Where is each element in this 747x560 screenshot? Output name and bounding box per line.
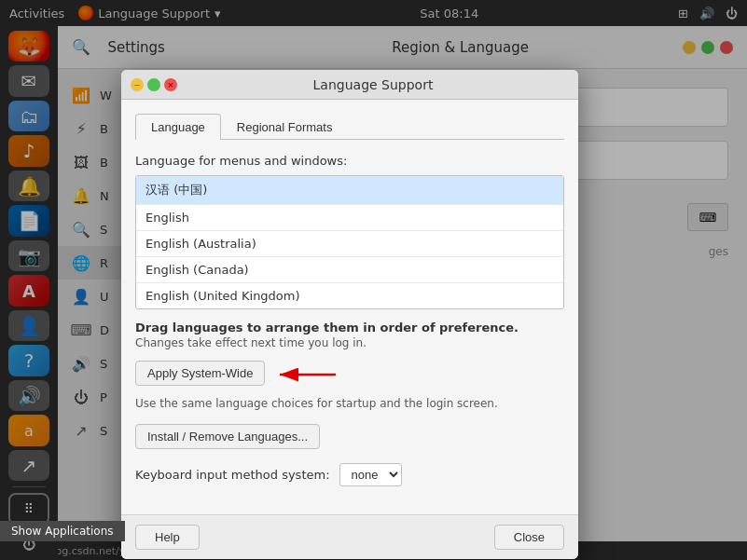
lang-item-english-uk[interactable]: English (United Kingdom) bbox=[136, 283, 563, 308]
dialog-tabs: Language Regional Formats bbox=[135, 114, 564, 140]
install-remove-button[interactable]: Install / Remove Languages... bbox=[135, 424, 320, 449]
apply-note: Use the same language choices for startu… bbox=[135, 397, 564, 410]
modal-overlay: – × Language Support Language Regional F… bbox=[0, 0, 747, 560]
apply-system-button[interactable]: Apply System-Wide bbox=[135, 361, 265, 386]
dialog-close-button[interactable]: × bbox=[164, 78, 177, 91]
language-support-dialog: – × Language Support Language Regional F… bbox=[121, 70, 578, 559]
lang-list-label: Language for menus and windows: bbox=[135, 154, 564, 168]
dialog-maximize-button[interactable] bbox=[147, 78, 160, 91]
show-apps-label[interactable]: Show Applications bbox=[0, 521, 125, 541]
lang-item-english[interactable]: English bbox=[136, 205, 563, 231]
lang-item-chinese[interactable]: 汉语 (中国) bbox=[136, 176, 563, 205]
dialog-footer: Help Close bbox=[121, 514, 578, 559]
close-button[interactable]: Close bbox=[494, 525, 564, 550]
drag-hint: Drag languages to arrange them in order … bbox=[135, 321, 564, 335]
apply-system-row: Apply System-Wide bbox=[135, 361, 265, 391]
lang-item-english-au[interactable]: English (Australia) bbox=[136, 231, 563, 257]
help-button[interactable]: Help bbox=[135, 525, 200, 550]
language-list: 汉语 (中国) English English (Australia) Engl… bbox=[135, 175, 564, 309]
dialog-window-buttons: – × bbox=[131, 78, 177, 91]
keyboard-select[interactable]: none bbox=[339, 463, 402, 486]
keyboard-label: Keyboard input method system: bbox=[135, 468, 330, 482]
dialog-title: Language Support bbox=[177, 77, 569, 92]
dialog-content: Language Regional Formats Language for m… bbox=[121, 100, 578, 514]
dialog-titlebar: – × Language Support bbox=[121, 70, 578, 100]
arrow-annotation bbox=[270, 356, 345, 393]
keyboard-row: Keyboard input method system: none bbox=[135, 463, 564, 486]
dialog-minimize-button[interactable]: – bbox=[131, 78, 144, 91]
tab-language[interactable]: Language bbox=[135, 114, 221, 140]
drag-hint-sub: Changes take effect next time you log in… bbox=[135, 336, 564, 349]
lang-item-english-ca[interactable]: English (Canada) bbox=[136, 257, 563, 283]
tab-regional[interactable]: Regional Formats bbox=[221, 114, 349, 140]
